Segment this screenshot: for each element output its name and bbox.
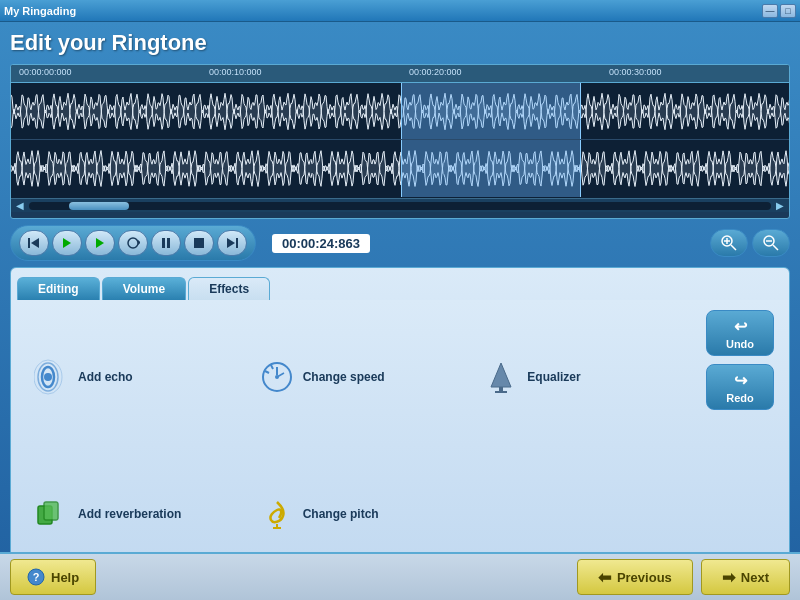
scroll-track[interactable] [29,202,771,210]
undo-button[interactable]: ↩ Undo [706,310,774,356]
stop-button[interactable] [184,230,214,256]
svg-rect-29 [495,391,507,393]
svg-line-26 [265,371,269,373]
maximize-button[interactable]: □ [780,4,796,18]
svg-line-15 [773,245,778,250]
tabs-row: Editing Volume Effects [11,268,789,300]
svg-marker-1 [31,238,39,248]
echo-label: Add echo [78,370,133,384]
scroll-thumb[interactable] [69,202,129,210]
tab-volume[interactable]: Volume [102,277,186,300]
waveform-track-2[interactable] [11,140,789,197]
timeline-ruler: 00:00:00:000 00:00:10:000 00:00:20:000 0… [11,65,789,83]
help-icon: ? [27,568,45,586]
redo-label: Redo [726,392,754,404]
transport-controls [10,225,256,261]
waveform-container: 00:00:00:000 00:00:10:000 00:00:20:000 0… [10,64,790,219]
effects-panel: Editing Volume Effects Add echo Chan [10,267,790,592]
panel-content: Add echo Change speed Equalizer [11,300,789,591]
effect-echo[interactable]: Add echo [26,310,247,444]
skip-end-button[interactable] [217,230,247,256]
reverb-icon [34,496,70,532]
svg-rect-8 [236,238,238,248]
waveform-tracks[interactable] [11,83,789,198]
equalizer-icon [483,359,519,395]
play-selection-button[interactable] [52,230,82,256]
time-display: 00:00:24:863 [272,234,370,253]
app-title: My Ringading [4,5,76,17]
svg-marker-27 [491,363,511,387]
svg-line-25 [271,365,273,369]
effects-grid: Add echo Change speed Equalizer [26,310,696,581]
next-arrow: ➡ [722,568,735,587]
timeline-marker-0: 00:00:00:000 [19,67,72,77]
zoom-out-button[interactable] [752,229,790,257]
selection-highlight-1 [401,83,581,139]
selection-highlight-2 [401,140,581,197]
timeline-marker-2: 00:00:20:000 [409,67,462,77]
play-button[interactable] [85,230,115,256]
svg-point-20 [44,373,52,381]
timeline-marker-1: 00:00:10:000 [209,67,262,77]
transport-row: 00:00:24:863 [10,225,790,261]
bottom-bar: ? Help ⬅ Previous ➡ Next [0,552,800,600]
svg-marker-9 [227,238,235,248]
waveform-track-1[interactable] [11,83,789,140]
next-label: Next [741,570,769,585]
previous-arrow: ⬅ [598,568,611,587]
reverb-label: Add reverberation [78,507,181,521]
svg-marker-2 [63,238,71,248]
equalizer-label: Equalizer [527,370,580,384]
undo-label: Undo [726,338,754,350]
previous-label: Previous [617,570,672,585]
svg-text:?: ? [33,571,40,583]
svg-rect-0 [28,238,30,248]
main-content: Edit your Ringtone 00:00:00:000 00:00:10… [0,22,800,600]
svg-rect-31 [44,502,58,520]
previous-button[interactable]: ⬅ Previous [577,559,693,595]
zoom-in-button[interactable] [710,229,748,257]
svg-rect-5 [162,238,165,248]
help-label: Help [51,570,79,585]
speed-icon [259,359,295,395]
timeline-marker-3: 00:00:30:000 [609,67,662,77]
undo-icon: ↩ [734,317,747,336]
help-button[interactable]: ? Help [10,559,96,595]
pause-button[interactable] [151,230,181,256]
minimize-button[interactable]: — [762,4,778,18]
zoom-controls [710,229,790,257]
pitch-label: Change pitch [303,507,379,521]
speed-label: Change speed [303,370,385,384]
svg-marker-3 [96,238,104,248]
redo-button[interactable]: ↪ Redo [706,364,774,410]
window-controls: — □ [762,4,796,18]
effect-equalizer[interactable]: Equalizer [475,310,696,444]
waveform-scrollbar: ◀ ▶ [11,198,789,212]
undo-redo-group: ↩ Undo ↪ Redo [706,310,774,581]
next-button[interactable]: ➡ Next [701,559,790,595]
effect-speed[interactable]: Change speed [251,310,472,444]
svg-rect-7 [194,238,204,248]
echo-icon [34,359,70,395]
svg-line-11 [731,245,736,250]
loop-button[interactable] [118,230,148,256]
tab-effects[interactable]: Effects [188,277,270,300]
svg-line-24 [277,373,284,377]
titlebar: My Ringading — □ [0,0,800,22]
redo-icon: ↪ [734,371,747,390]
tab-editing[interactable]: Editing [17,277,100,300]
scroll-left-arrow[interactable]: ◀ [13,200,27,211]
scroll-right-arrow[interactable]: ▶ [773,200,787,211]
pitch-icon [259,496,295,532]
page-title: Edit your Ringtone [10,30,790,56]
svg-rect-6 [167,238,170,248]
skip-start-button[interactable] [19,230,49,256]
